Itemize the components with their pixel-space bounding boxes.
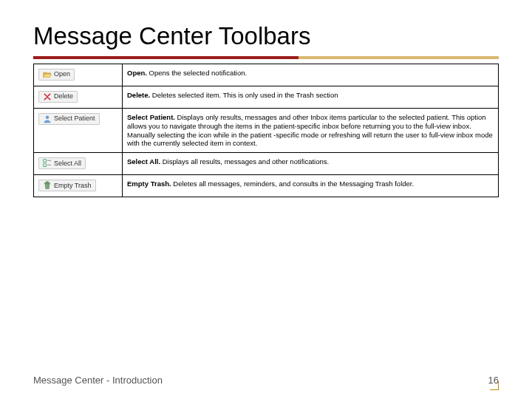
select-all-icon: [43, 159, 52, 168]
empty-trash-chip: Empty Trash: [38, 180, 96, 191]
select-all-chip: Select All: [38, 157, 86, 169]
desc-cell: Open. Opens the selected notification.: [123, 64, 499, 86]
trash-icon: [43, 181, 52, 190]
desc: Displays only results, messages and othe…: [127, 113, 493, 148]
toolbar-table: Open Open. Opens the selected notificati…: [33, 64, 499, 197]
table-row: Select All Select All. Displays all resu…: [34, 153, 499, 175]
desc: Opens the selected notification.: [149, 69, 248, 77]
chip-label: Empty Trash: [54, 182, 92, 190]
svg-rect-3: [44, 183, 50, 184]
term: Select All.: [127, 157, 160, 166]
table-row: Empty Trash Empty Trash. Deletes all mes…: [34, 175, 499, 197]
desc: Displays all results, messages and other…: [163, 157, 329, 166]
footer: Message Center - Introduction 16: [33, 375, 499, 386]
icon-cell-select-all: Select All: [34, 153, 123, 175]
patient-icon: [43, 115, 52, 123]
svg-point-0: [46, 115, 50, 119]
slide: Message Center Toolbars Open Open. Opens…: [0, 0, 532, 399]
delete-chip: Delete: [38, 91, 78, 103]
footer-left: Message Center - Introduction: [33, 375, 163, 386]
term: Select Patient.: [127, 113, 175, 121]
term: Delete.: [127, 91, 150, 99]
chip-label: Select All: [54, 160, 81, 168]
icon-cell-select-patient: Select Patient: [34, 108, 123, 153]
icon-cell-delete: Delete: [34, 86, 123, 108]
chip-label: Open: [54, 70, 70, 78]
table-row: Delete Delete. Deletes selected item. Th…: [34, 86, 499, 108]
term: Empty Trash.: [127, 180, 171, 188]
folder-open-icon: [43, 70, 52, 79]
desc-cell: Select All. Displays all results, messag…: [123, 153, 499, 175]
svg-rect-1: [44, 160, 47, 163]
table-row: Open Open. Opens the selected notificati…: [34, 64, 499, 86]
chip-label: Delete: [54, 92, 73, 100]
desc-cell: Delete. Deletes selected item. This is o…: [123, 86, 499, 108]
title-underline: [33, 56, 499, 59]
chip-label: Select Patient: [54, 115, 95, 123]
icon-cell-open: Open: [34, 64, 123, 86]
desc-cell: Empty Trash. Deletes all messages, remin…: [123, 175, 499, 197]
open-chip: Open: [38, 69, 75, 81]
icon-cell-empty-trash: Empty Trash: [34, 175, 123, 197]
svg-rect-4: [47, 182, 49, 183]
svg-rect-2: [44, 164, 47, 167]
term: Open.: [127, 69, 147, 77]
table-row: Select Patient Select Patient. Displays …: [34, 108, 499, 153]
delete-x-icon: [43, 92, 52, 101]
select-patient-chip: Select Patient: [38, 113, 100, 125]
desc: Deletes all messages, reminders, and con…: [173, 180, 414, 188]
corner-ornament-icon: [490, 381, 499, 390]
desc-cell: Select Patient. Displays only results, m…: [123, 108, 499, 153]
desc: Deletes selected item. This is only used…: [152, 91, 338, 99]
page-title: Message Center Toolbars: [33, 22, 499, 50]
